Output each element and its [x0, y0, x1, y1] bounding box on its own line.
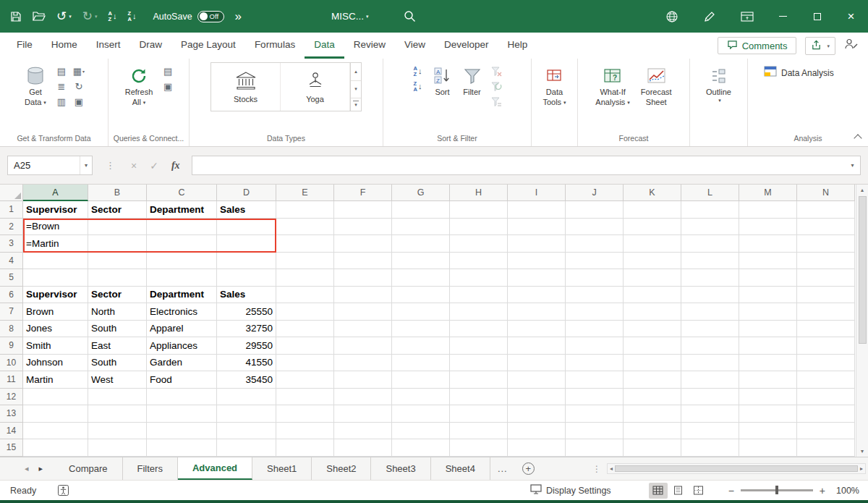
- cell-H1[interactable]: [450, 201, 508, 219]
- cell-D3[interactable]: [217, 235, 276, 253]
- person-edit-icon[interactable]: [844, 38, 858, 53]
- horizontal-scrollbar[interactable]: ◂ ▸: [607, 463, 866, 474]
- cell-N5[interactable]: [797, 269, 855, 287]
- maximize-button[interactable]: [800, 0, 834, 33]
- globe-icon[interactable]: [653, 0, 691, 33]
- cell-M10[interactable]: [739, 355, 797, 372]
- cell-I14[interactable]: [508, 423, 566, 440]
- cell-B7[interactable]: North: [88, 303, 147, 321]
- cell-B15[interactable]: [88, 439, 147, 457]
- redo-icon[interactable]: ↻▾: [82, 10, 98, 22]
- cell-H13[interactable]: [450, 405, 508, 423]
- column-header-D[interactable]: D: [217, 185, 276, 201]
- insert-function-icon[interactable]: fx: [171, 160, 180, 172]
- data-analysis-button[interactable]: Data Analysis: [758, 62, 840, 83]
- tab-scroll-separator[interactable]: ⋮: [592, 464, 601, 474]
- cell-C10[interactable]: Garden: [147, 355, 217, 372]
- cell-D11[interactable]: 35450: [217, 371, 276, 389]
- zoom-out-button[interactable]: −: [728, 485, 734, 496]
- cell-A3[interactable]: =Martin: [23, 235, 88, 253]
- existing-connections-icon[interactable]: ▣: [70, 94, 88, 109]
- cell-L13[interactable]: [681, 405, 739, 423]
- cell-B10[interactable]: South: [88, 355, 147, 372]
- cell-H10[interactable]: [450, 355, 508, 372]
- cell-D2[interactable]: [217, 219, 276, 236]
- cell-D6[interactable]: Sales: [217, 287, 276, 304]
- forecast-sheet-button[interactable]: Forecast Sheet: [637, 62, 676, 109]
- cell-E1[interactable]: [276, 201, 334, 219]
- undo-icon[interactable]: ↺▾: [56, 10, 72, 22]
- cell-J14[interactable]: [566, 423, 624, 440]
- cell-C14[interactable]: [147, 423, 217, 440]
- cell-A11[interactable]: Martin: [23, 371, 88, 389]
- cell-L11[interactable]: [681, 371, 739, 389]
- cell-J3[interactable]: [566, 235, 624, 253]
- cell-L1[interactable]: [681, 201, 739, 219]
- normal-view-button[interactable]: [649, 483, 668, 499]
- cell-E10[interactable]: [276, 355, 334, 372]
- cell-G3[interactable]: [392, 235, 450, 253]
- column-header-C[interactable]: C: [147, 185, 217, 201]
- display-settings-button[interactable]: Display Settings: [530, 484, 611, 496]
- autosave-toggle[interactable]: AutoSave Off: [153, 11, 224, 22]
- cell-F11[interactable]: [334, 371, 392, 389]
- cell-L14[interactable]: [681, 423, 739, 440]
- cell-H9[interactable]: [450, 337, 508, 355]
- cell-F13[interactable]: [334, 405, 392, 423]
- vertical-scrollbar[interactable]: ▴ ▾: [856, 185, 868, 457]
- cell-D13[interactable]: [217, 405, 276, 423]
- cell-M14[interactable]: [739, 423, 797, 440]
- cell-C12[interactable]: [147, 389, 217, 406]
- cell-F2[interactable]: [334, 219, 392, 236]
- cell-K3[interactable]: [624, 235, 681, 253]
- cell-C15[interactable]: [147, 439, 217, 457]
- cell-J2[interactable]: [566, 219, 624, 236]
- cell-E8[interactable]: [276, 321, 334, 338]
- cell-F5[interactable]: [334, 269, 392, 287]
- cell-J6[interactable]: [566, 287, 624, 304]
- recent-sources-icon[interactable]: ▦▾: [70, 64, 88, 79]
- cell-B8[interactable]: South: [88, 321, 147, 338]
- cell-I5[interactable]: [508, 269, 566, 287]
- new-sheet-button[interactable]: +: [522, 462, 535, 475]
- cell-N9[interactable]: [797, 337, 855, 355]
- close-button[interactable]: ×: [834, 0, 868, 33]
- zoom-slider-thumb[interactable]: [775, 486, 778, 494]
- cell-E15[interactable]: [276, 439, 334, 457]
- cell-A4[interactable]: [23, 253, 88, 270]
- cell-K6[interactable]: [624, 287, 681, 304]
- ribbon-display-options-icon[interactable]: [728, 0, 766, 33]
- cell-M7[interactable]: [739, 303, 797, 321]
- column-header-M[interactable]: M: [739, 185, 797, 201]
- cell-J10[interactable]: [566, 355, 624, 372]
- cell-B5[interactable]: [88, 269, 147, 287]
- cell-I11[interactable]: [508, 371, 566, 389]
- cell-E4[interactable]: [276, 253, 334, 270]
- cell-J4[interactable]: [566, 253, 624, 270]
- row-header-14[interactable]: 14: [0, 423, 23, 440]
- cell-H8[interactable]: [450, 321, 508, 338]
- column-header-H[interactable]: H: [450, 185, 508, 201]
- cell-G11[interactable]: [392, 371, 450, 389]
- cell-K1[interactable]: [624, 201, 681, 219]
- get-data-button[interactable]: Get Data▾: [20, 62, 51, 109]
- cell-A14[interactable]: [23, 423, 88, 440]
- row-header-9[interactable]: 9: [0, 337, 23, 355]
- cell-C6[interactable]: Department: [147, 287, 217, 304]
- formula-bar-expand-icon[interactable]: ▾: [845, 156, 861, 175]
- cell-N14[interactable]: [797, 423, 855, 440]
- cell-F9[interactable]: [334, 337, 392, 355]
- zoom-level[interactable]: 100%: [832, 486, 859, 496]
- document-title[interactable]: MISC...▾: [331, 11, 369, 22]
- filter-button[interactable]: Filter: [459, 62, 486, 98]
- column-header-B[interactable]: B: [88, 185, 147, 201]
- cell-I9[interactable]: [508, 337, 566, 355]
- what-if-analysis-button[interactable]: ? What-If Analysis▾: [591, 62, 634, 109]
- cell-F15[interactable]: [334, 439, 392, 457]
- cell-L5[interactable]: [681, 269, 739, 287]
- cell-K15[interactable]: [624, 439, 681, 457]
- cell-K9[interactable]: [624, 337, 681, 355]
- cell-F1[interactable]: [334, 201, 392, 219]
- cell-M12[interactable]: [739, 389, 797, 406]
- cell-G2[interactable]: [392, 219, 450, 236]
